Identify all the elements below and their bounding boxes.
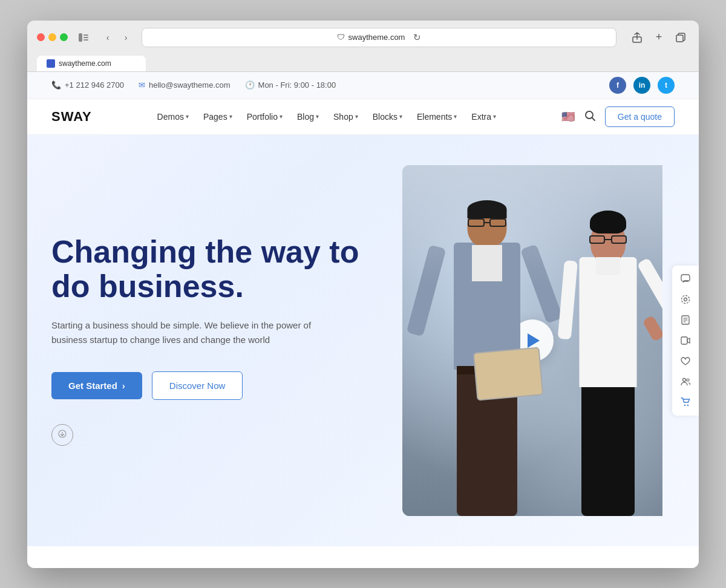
hero-subtitle: Starting a business should be simple. We…	[51, 318, 342, 347]
new-tab-button[interactable]: +	[650, 29, 667, 46]
active-tab[interactable]: swaytheme.com	[37, 56, 146, 71]
nav-right: 🇺🇸 Get a quote	[561, 106, 675, 127]
svg-rect-5	[676, 35, 683, 42]
svg-point-19	[684, 405, 685, 406]
nav-item-shop[interactable]: Shop ▾	[327, 108, 364, 125]
play-triangle-icon	[528, 333, 540, 348]
heart-sidebar-button[interactable]	[676, 351, 695, 371]
top-bar-right: f in t	[609, 77, 675, 94]
language-flag[interactable]: 🇺🇸	[561, 110, 575, 123]
nav-item-extra[interactable]: Extra ▾	[465, 108, 502, 125]
windows-button[interactable]	[672, 29, 689, 46]
svg-point-17	[683, 378, 686, 381]
nav-item-elements[interactable]: Elements ▾	[411, 108, 463, 125]
twitter-icon[interactable]: t	[658, 77, 675, 94]
cart-sidebar-button[interactable]	[676, 393, 695, 412]
tab-favicon	[47, 59, 55, 68]
nav-item-blocks[interactable]: Blocks ▾	[367, 108, 408, 125]
hero-image	[402, 165, 662, 516]
browser-chrome: ‹ › 🛡 swaytheme.com ↻ +	[27, 21, 699, 72]
site-logo[interactable]: SWAY	[51, 109, 92, 125]
svg-rect-1	[83, 34, 88, 36]
tab-bar: swaytheme.com	[37, 56, 689, 71]
svg-rect-2	[83, 37, 88, 38]
main-nav: SWAY Demos ▾ Pages ▾ Portfolio ▾ Blog ▾ …	[27, 99, 699, 135]
discover-now-button[interactable]: Discover Now	[152, 371, 243, 400]
svg-point-20	[687, 405, 688, 406]
linkedin-icon[interactable]: in	[633, 77, 650, 94]
scroll-down-button[interactable]	[51, 424, 73, 446]
arrow-icon: ›	[122, 381, 125, 391]
browser-window: ‹ › 🛡 swaytheme.com ↻ +	[27, 21, 699, 568]
svg-point-11	[682, 295, 690, 303]
address-bar[interactable]: 🛡 swaytheme.com ↻	[142, 28, 616, 47]
document-sidebar-button[interactable]	[676, 310, 695, 330]
users-sidebar-button[interactable]	[676, 372, 695, 391]
svg-point-18	[687, 379, 689, 381]
nav-item-demos[interactable]: Demos ▾	[151, 108, 195, 125]
email-icon: ✉	[139, 80, 145, 90]
hero-left: Changing the way to do business. Startin…	[51, 235, 402, 446]
website-content: 📞 +1 212 946 2700 ✉ hello@swaytheme.com …	[27, 72, 699, 568]
video-sidebar-button[interactable]	[676, 331, 695, 350]
tab-title: swaytheme.com	[59, 59, 111, 68]
settings-sidebar-button[interactable]	[676, 290, 695, 309]
svg-point-10	[684, 298, 687, 301]
refresh-icon: ↻	[413, 32, 421, 43]
hours-info: 🕐 Mon - Fri: 9:00 - 18:00	[245, 80, 336, 90]
hero-title: Changing the way to do business.	[51, 235, 378, 304]
hero-buttons: Get Started › Discover Now	[51, 371, 378, 400]
nav-item-blog[interactable]: Blog ▾	[291, 108, 325, 125]
forward-button[interactable]: ›	[117, 29, 134, 46]
sidebar-toggle[interactable]	[75, 29, 92, 46]
top-bar: 📞 +1 212 946 2700 ✉ hello@swaytheme.com …	[27, 72, 699, 99]
hero-section: Changing the way to do business. Startin…	[27, 135, 699, 546]
maximize-button[interactable]	[60, 33, 68, 41]
nav-item-portfolio[interactable]: Portfolio ▾	[241, 108, 289, 125]
email-info: ✉ hello@swaytheme.com	[139, 80, 231, 90]
chat-sidebar-button[interactable]	[676, 269, 695, 289]
facebook-icon[interactable]: f	[609, 77, 626, 94]
search-button[interactable]	[582, 108, 598, 126]
svg-line-7	[592, 118, 595, 120]
svg-rect-0	[79, 33, 82, 42]
share-button[interactable]	[629, 29, 646, 46]
back-button[interactable]: ‹	[99, 29, 116, 46]
phone-info: 📞 +1 212 946 2700	[51, 80, 124, 90]
svg-point-6	[586, 111, 593, 119]
clock-icon: 🕐	[245, 80, 255, 90]
get-started-button[interactable]: Get Started ›	[51, 372, 142, 399]
nav-links: Demos ▾ Pages ▾ Portfolio ▾ Blog ▾ Shop …	[151, 108, 502, 125]
close-button[interactable]	[37, 33, 45, 41]
nav-item-pages[interactable]: Pages ▾	[197, 108, 238, 125]
url-display: swaytheme.com	[348, 33, 405, 42]
email-address: hello@swaytheme.com	[149, 80, 231, 90]
minimize-button[interactable]	[48, 33, 56, 41]
svg-rect-16	[681, 337, 687, 344]
get-quote-button[interactable]: Get a quote	[605, 106, 675, 127]
hero-image-area	[402, 165, 662, 516]
svg-rect-3	[83, 39, 88, 41]
top-bar-left: 📞 +1 212 946 2700 ✉ hello@swaytheme.com …	[51, 80, 336, 90]
phone-icon: 📞	[51, 80, 61, 90]
right-sidebar	[672, 266, 699, 416]
business-hours: Mon - Fri: 9:00 - 18:00	[258, 80, 336, 90]
phone-number: +1 212 946 2700	[65, 80, 124, 90]
